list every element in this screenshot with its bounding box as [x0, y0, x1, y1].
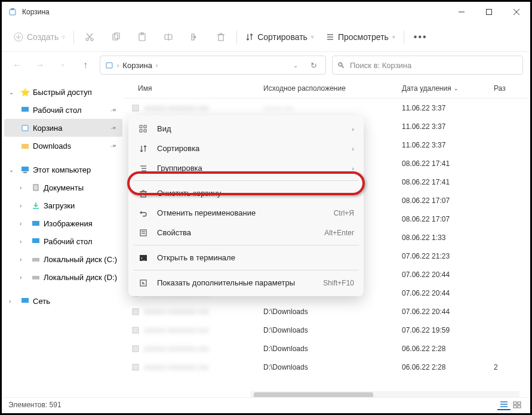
sidebar-disk-c[interactable]: ›Локальный диск (C:): [4, 250, 122, 268]
view-icon: [138, 125, 149, 133]
view-button[interactable]: Просмотреть ▿: [322, 30, 399, 44]
cut-icon[interactable]: [79, 26, 100, 48]
undo-icon: [138, 209, 149, 217]
status-bar: Элементов: 591: [4, 397, 528, 411]
star-icon: ⭐: [20, 88, 30, 97]
copy-icon[interactable]: [105, 26, 127, 48]
sidebar-recycle[interactable]: Корзина📌︎: [4, 119, 122, 137]
ctx-undo[interactable]: Отменить переименованиеCtrl+Я: [128, 203, 364, 223]
delete-icon[interactable]: [210, 26, 232, 48]
svg-rect-20: [219, 35, 223, 41]
svg-rect-27: [21, 107, 29, 112]
properties-icon: [138, 229, 149, 237]
svg-rect-34: [32, 238, 39, 243]
new-button[interactable]: Создать ▿: [10, 30, 69, 44]
svg-rect-38: [133, 105, 139, 111]
svg-rect-49: [133, 309, 139, 315]
back-button[interactable]: ←: [9, 57, 26, 73]
svg-rect-33: [32, 221, 39, 226]
svg-rect-32: [33, 185, 38, 190]
file-icon: [131, 344, 140, 353]
sidebar-images[interactable]: ›Изображения: [4, 214, 122, 232]
sidebar-downloads[interactable]: Downloads📌︎: [4, 137, 122, 155]
up-button[interactable]: ↑: [77, 57, 94, 73]
paste-icon[interactable]: [131, 26, 153, 48]
svg-rect-50: [133, 327, 139, 333]
close-button[interactable]: [503, 2, 530, 21]
item-count: Элементов: 591: [8, 401, 61, 409]
col-loc[interactable]: Исходное расположение: [263, 84, 402, 93]
address-bar[interactable]: › Корзина › ⌄ ↻: [100, 56, 326, 75]
sidebar-thispc[interactable]: ⌄Этот компьютер: [4, 161, 122, 179]
ctx-view[interactable]: Вид›: [128, 119, 364, 139]
recent-button[interactable]: ▿: [54, 57, 71, 73]
svg-rect-54: [144, 125, 146, 128]
svg-rect-73: [518, 402, 521, 404]
ctx-properties[interactable]: СвойстваAlt+Enter: [128, 223, 364, 242]
thumbnails-view-icon[interactable]: [511, 399, 524, 410]
address-row: ← → ▿ ↑ › Корзина › ⌄ ↻ 🔍︎ Поиск в: Корз…: [2, 52, 530, 78]
ctx-show-more[interactable]: Показать дополнительные параметрыShift+F…: [128, 273, 364, 293]
col-size[interactable]: Раз: [488, 84, 530, 93]
trash-icon: [138, 189, 149, 198]
minimize-button[interactable]: [448, 2, 475, 21]
ctx-sort[interactable]: Сортировка›: [128, 139, 364, 158]
breadcrumb-item[interactable]: Корзина: [122, 61, 152, 70]
table-row[interactable]: xxxxxx xxxxxxxx xxxD:\Downloads07.06.22 …: [125, 321, 530, 339]
svg-rect-36: [32, 276, 39, 279]
window-title: Корзина: [22, 8, 50, 16]
more-button[interactable]: •••: [409, 32, 432, 42]
svg-rect-55: [140, 130, 142, 132]
file-icon: [131, 103, 140, 113]
desktop-icon: [20, 106, 30, 114]
svg-rect-26: [106, 63, 112, 68]
sidebar-network[interactable]: ›Сеть: [4, 292, 122, 310]
refresh-icon[interactable]: ↻: [306, 61, 321, 70]
col-date[interactable]: Дата удаления⌄: [402, 84, 488, 93]
sidebar-quickaccess[interactable]: ⌄⭐Быстрый доступ: [4, 83, 122, 101]
maximize-button[interactable]: [475, 2, 503, 21]
svg-rect-52: [133, 364, 139, 370]
search-input[interactable]: 🔍︎ Поиск в: Корзина: [332, 56, 523, 75]
pin-icon: 📌︎: [109, 123, 118, 133]
dropdown-icon[interactable]: ⌄: [288, 62, 303, 69]
details-view-icon[interactable]: [497, 399, 511, 410]
forward-button[interactable]: →: [32, 57, 48, 73]
pin-icon: 📌︎: [109, 141, 118, 150]
col-name[interactable]: Имя: [125, 84, 263, 93]
chevron-right-icon: ›: [352, 125, 354, 133]
svg-rect-35: [32, 258, 39, 262]
download-icon: [30, 201, 41, 210]
svg-rect-75: [518, 405, 521, 408]
share-icon[interactable]: [184, 26, 205, 48]
ctx-terminal[interactable]: ›_Открыть в терминале: [128, 248, 364, 268]
table-row[interactable]: xxxxxx xxxxxxxx xxxD:\Downloads07.06.22 …: [125, 302, 530, 321]
titlebar: Корзина: [2, 2, 530, 22]
sidebar-documents[interactable]: ›Документы: [4, 179, 122, 196]
svg-rect-0: [10, 10, 16, 15]
sidebar-disk-d[interactable]: ›Локальный диск (D:): [4, 268, 122, 286]
svg-rect-51: [133, 346, 139, 352]
rename-icon[interactable]: [158, 26, 179, 48]
sidebar-desktop2[interactable]: ›Рабочий стол: [4, 232, 122, 250]
ctx-empty-recycle[interactable]: Очистить корзину: [128, 183, 364, 203]
table-row[interactable]: xxxxxx xxxxxxxx xxxD:\Downloads06.06.22 …: [125, 339, 530, 358]
svg-rect-29: [21, 144, 29, 149]
svg-rect-63: [140, 230, 146, 236]
sidebar-desktop[interactable]: Рабочий стол📌︎: [4, 101, 122, 119]
pc-icon: [20, 165, 30, 174]
table-row[interactable]: xxxxxx xxxxxxxx xxxD:\Downloads06.06.22 …: [125, 358, 530, 376]
sidebar: ⌄⭐Быстрый доступ Рабочий стол📌︎ Корзина📌…: [2, 78, 125, 401]
svg-rect-60: [141, 192, 146, 197]
disk-icon: [30, 273, 41, 281]
table-row[interactable]: xxxxxx xxxxxxxx xxxxxxxx xxx11.06.22 3:3…: [125, 99, 530, 117]
ctx-group[interactable]: Группировка›: [128, 158, 364, 178]
search-placeholder: Поиск в: Корзина: [350, 61, 411, 70]
sort-label: Сортировать: [257, 32, 307, 42]
sidebar-downloads-ru[interactable]: ›Загрузки: [4, 196, 122, 214]
file-icon: [131, 325, 140, 335]
new-label: Создать: [27, 32, 59, 42]
desktop-icon: [30, 237, 41, 245]
disk-icon: [30, 255, 41, 263]
sort-button[interactable]: Сортировать ▿: [242, 30, 318, 44]
